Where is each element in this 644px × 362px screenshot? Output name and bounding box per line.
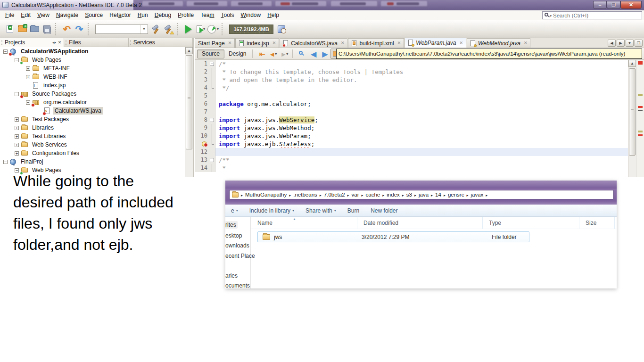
editor-tab-webmethod-java[interactable]: WebMethod.java✕ — [467, 38, 530, 48]
tree-item[interactable]: cCalculatorWS.java — [0, 107, 185, 115]
menu-navigate[interactable]: Navigate — [53, 11, 82, 19]
undo-button[interactable]: ↶ — [61, 23, 73, 35]
tree-item[interactable]: −CalculatorWSApplication — [0, 47, 185, 56]
run-project-button[interactable] — [182, 23, 195, 35]
close-button[interactable]: ✕ — [620, 1, 642, 9]
close-tab-icon[interactable]: ✕ — [341, 41, 345, 45]
panel-tab-projects[interactable]: Projects◂▪✕ — [0, 38, 64, 47]
panel-tab-services[interactable]: Services — [129, 38, 193, 47]
scroll-tabs-left-icon[interactable]: ◀ — [608, 40, 616, 47]
tree-expander[interactable]: − — [3, 159, 8, 165]
menu-source[interactable]: Source — [82, 11, 106, 19]
tree-item[interactable]: −Source Packages — [0, 90, 185, 98]
fold-column[interactable]: − — [209, 116, 215, 124]
scroll-tabs-right-icon[interactable]: ▶ — [617, 40, 625, 47]
breadcrumb-item[interactable]: java — [417, 192, 430, 197]
scrollbar-thumb[interactable] — [629, 68, 636, 156]
editor-tab-start-page[interactable]: Start Page✕ — [195, 38, 235, 48]
tree-expander[interactable]: + — [14, 134, 19, 139]
menu-edit[interactable]: Edit — [17, 11, 34, 19]
minimize-panel-icon[interactable]: ◂▪ — [52, 41, 56, 45]
close-tab-icon[interactable]: ✕ — [459, 41, 463, 45]
breadcrumb-item[interactable]: 14 — [434, 192, 443, 197]
menu-help[interactable]: Help — [264, 11, 282, 19]
chevron-down-icon[interactable]: ▾ — [286, 52, 288, 56]
chevron-down-icon[interactable]: ▾ — [217, 27, 219, 31]
ide-update-icon[interactable] — [275, 23, 288, 35]
command-include-in-library[interactable]: Include in library▾ — [244, 207, 300, 214]
tree-expander[interactable]: + — [25, 66, 31, 71]
tree-item[interactable]: −FinalProj — [0, 157, 185, 166]
tree-item[interactable]: −org.me.calculator — [0, 98, 185, 107]
menu-debug[interactable]: Debug — [151, 11, 174, 19]
editor-scrollbar[interactable]: ▲ — [628, 60, 636, 177]
close-tab-icon[interactable]: ✕ — [228, 41, 232, 45]
code-editor[interactable]: 1−/*2 * To change this template, choose … — [195, 60, 628, 177]
minimize-button[interactable]: – — [593, 1, 607, 9]
scroll-up-icon[interactable]: ▲ — [185, 47, 193, 54]
command-share-with[interactable]: Share with▾ — [300, 207, 342, 214]
column-header-name[interactable]: Name — [251, 217, 357, 229]
breadcrumb-item[interactable]: s3 — [405, 192, 413, 197]
scroll-up-icon[interactable]: ▲ — [628, 60, 636, 67]
tree-expander[interactable]: − — [25, 100, 31, 105]
error-hint-bulb-icon[interactable] — [202, 141, 207, 147]
quick-search[interactable]: ▾ — [542, 11, 642, 19]
new-file-button[interactable]: + — [4, 23, 16, 35]
last-edit-location-button[interactable]: ⇤ — [256, 49, 268, 59]
tree-item[interactable]: +META-INF — [0, 64, 185, 73]
menu-window[interactable]: Window — [238, 11, 264, 19]
next-occurrence-button[interactable]: ▶ — [319, 49, 330, 59]
debug-project-button[interactable]: ▾ — [195, 23, 207, 35]
close-tab-icon[interactable]: ✕ — [524, 41, 528, 45]
breadcrumb-item[interactable]: .netbeans — [292, 192, 319, 197]
sidebar-item[interactable]: rites — [225, 221, 238, 229]
tree-expander[interactable]: + — [14, 125, 19, 131]
tree-expander[interactable]: − — [14, 58, 19, 63]
tree-item[interactable]: +Configuration Files — [0, 149, 185, 157]
maximize-editor-icon[interactable]: ❒ — [635, 40, 643, 47]
breadcrumb-item[interactable]: 7.0beta2 — [322, 192, 347, 197]
forward-button[interactable]: ▸▾ — [279, 49, 290, 59]
sidebar-item[interactable]: aries — [225, 272, 238, 279]
chevron-down-icon[interactable]: ▾ — [275, 52, 277, 56]
restore-button[interactable]: ❐ — [607, 1, 620, 9]
tree-item[interactable]: +Web Services — [0, 140, 185, 149]
menu-team[interactable]: Team — [197, 11, 217, 19]
close-panel-icon[interactable]: ✕ — [58, 41, 62, 45]
tree-item[interactable]: +Test Libraries — [0, 132, 185, 140]
tree-expander[interactable]: − — [3, 49, 8, 54]
error-stripe[interactable] — [636, 60, 644, 177]
tab-list-icon[interactable]: ▼ — [626, 40, 634, 47]
panel-tab-files[interactable]: Files — [64, 38, 128, 47]
clean-build-button[interactable] — [162, 23, 174, 35]
tree-item[interactable]: jindex.jsp — [0, 81, 185, 90]
breadcrumb-item[interactable]: javax — [469, 192, 485, 197]
file-row[interactable]: jws 3/20/2012 7:29 PM File folder — [257, 231, 529, 242]
fold-column[interactable]: − — [209, 60, 215, 68]
tree-expander[interactable]: + — [25, 74, 31, 80]
breadcrumb-item[interactable]: MuthuGanapathy — [244, 192, 288, 197]
scrollbar-thumb[interactable] — [186, 55, 192, 149]
fold-column[interactable]: − — [209, 156, 215, 164]
menu-refactor[interactable]: Refactor — [106, 11, 134, 19]
tree-item[interactable]: +Test Packages — [0, 115, 185, 123]
configuration-combobox[interactable]: ▼ — [95, 25, 148, 34]
profile-project-button[interactable]: ▾ — [207, 23, 219, 35]
sidebar-item[interactable]: ecent Place — [225, 253, 255, 259]
breadcrumb-item[interactable]: index — [385, 192, 401, 197]
close-tab-icon[interactable]: ✕ — [397, 41, 401, 45]
back-button[interactable]: ◂▾ — [268, 49, 279, 59]
tree-item[interactable]: +Libraries — [0, 123, 185, 132]
editor-tab-build-impl-xml[interactable]: build-impl.xml✕ — [348, 38, 404, 48]
new-project-button[interactable]: + — [16, 23, 28, 35]
open-project-button[interactable] — [28, 23, 41, 35]
menu-file[interactable]: File — [2, 11, 17, 19]
find-selection-button[interactable] — [297, 49, 308, 59]
breadcrumb-item[interactable]: var — [350, 192, 361, 197]
projects-scrollbar[interactable]: ▲ — [185, 47, 193, 177]
sidebar-item[interactable]: esktop — [225, 232, 242, 239]
design-view-button[interactable]: Design — [224, 49, 250, 58]
tree-expander[interactable]: + — [14, 151, 19, 156]
memory-usage-indicator[interactable]: 167.2/192.4MB — [229, 25, 273, 34]
